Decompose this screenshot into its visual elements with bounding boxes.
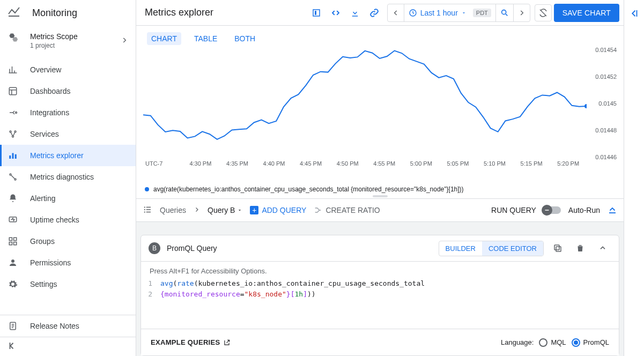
run-query-button[interactable]: RUN QUERY bbox=[491, 206, 536, 214]
add-query-button[interactable]: + ADD QUERY bbox=[250, 206, 306, 214]
add-query-label: ADD QUERY bbox=[262, 206, 306, 214]
nav-release-notes[interactable]: Release Notes bbox=[0, 315, 136, 337]
copy-button[interactable] bbox=[549, 240, 566, 257]
y-axis-labels: 0.014540.014520.01450.014480.01446 bbox=[587, 50, 617, 157]
promql-label: PromQL bbox=[583, 338, 609, 346]
expand-panel-button[interactable] bbox=[630, 9, 639, 356]
person-icon bbox=[8, 257, 18, 268]
app-title: Monitoring bbox=[32, 8, 77, 19]
nav-integrations[interactable]: Integrations bbox=[0, 102, 136, 123]
bar-chart-icon bbox=[8, 64, 18, 75]
time-range-button[interactable]: Last 1 hour PDT bbox=[404, 4, 495, 21]
nav-alerting[interactable]: Alerting bbox=[0, 188, 136, 209]
topbar: Metrics explorer Last 1 hour PDT SAVE CH… bbox=[136, 0, 624, 26]
dock-panel-button[interactable] bbox=[308, 4, 325, 21]
nav-label: Uptime checks bbox=[30, 216, 79, 224]
view-table-tab[interactable]: TABLE bbox=[190, 32, 221, 45]
bell-icon bbox=[8, 193, 18, 204]
resize-handle[interactable] bbox=[143, 195, 617, 197]
merge-icon bbox=[314, 206, 322, 214]
collapse-left-icon bbox=[8, 341, 17, 352]
chart[interactable]: 0.014540.014520.01450.014480.01446 UTC-7… bbox=[143, 49, 617, 169]
right-rail bbox=[624, 0, 644, 356]
example-queries-button[interactable]: EXAMPLE QUERIES bbox=[151, 338, 231, 346]
svg-point-26 bbox=[144, 211, 145, 212]
radio-icon bbox=[539, 338, 547, 347]
view-both-tab[interactable]: BOTH bbox=[230, 32, 260, 45]
toggle-knob-icon bbox=[542, 205, 552, 216]
nav-label: Overview bbox=[30, 65, 61, 74]
code-editor-tab[interactable]: CODE EDITOR bbox=[482, 241, 543, 256]
svg-point-6 bbox=[12, 136, 14, 137]
sync-off-button[interactable] bbox=[535, 4, 552, 21]
uptime-icon bbox=[8, 214, 18, 225]
nav-services[interactable]: Services bbox=[0, 123, 136, 145]
download-button[interactable] bbox=[346, 4, 364, 21]
services-icon bbox=[8, 129, 18, 139]
nav-groups[interactable]: Groups bbox=[0, 231, 136, 252]
nav-label: Permissions bbox=[30, 258, 71, 267]
nav-dashboards[interactable]: Dashboards bbox=[0, 80, 136, 102]
nav-metrics-explorer[interactable]: Metrics explorer bbox=[0, 145, 136, 166]
radio-icon bbox=[572, 338, 580, 347]
svg-rect-7 bbox=[9, 155, 11, 159]
accessibility-hint: Press Alt+F1 for Accessibility Options. bbox=[141, 261, 619, 277]
view-chart-tab[interactable]: CHART bbox=[147, 32, 181, 45]
code-editor[interactable]: 1 2 avg(rate(kubernetes_io:anthos_contai… bbox=[141, 277, 619, 329]
nav-settings[interactable]: Settings bbox=[0, 273, 136, 295]
svg-point-3 bbox=[16, 112, 17, 114]
collapse-chart-button[interactable] bbox=[608, 205, 617, 216]
nav-metrics-diagnostics[interactable]: Metrics diagnostics bbox=[0, 166, 136, 188]
time-prev-button[interactable] bbox=[388, 4, 404, 21]
metrics-scope-selector[interactable]: Metrics Scope 1 project bbox=[0, 26, 136, 56]
create-ratio-button[interactable]: CREATE RATIO bbox=[314, 206, 380, 214]
builder-tab[interactable]: BUILDER bbox=[439, 241, 482, 256]
editor-bottom-bar: EXAMPLE QUERIES Language: MQL PromQL bbox=[141, 329, 619, 355]
svg-rect-8 bbox=[12, 153, 14, 159]
save-chart-button[interactable]: SAVE CHART bbox=[554, 4, 619, 22]
nav-label: Release Notes bbox=[30, 322, 79, 330]
time-range-label: Last 1 hour bbox=[420, 9, 458, 17]
link-button[interactable] bbox=[366, 4, 383, 21]
collapse-card-button[interactable] bbox=[594, 240, 611, 257]
sidebar: Monitoring Metrics Scope 1 project Overv… bbox=[0, 0, 136, 356]
main: Metrics explorer Last 1 hour PDT SAVE CH… bbox=[136, 0, 624, 356]
svg-rect-2 bbox=[9, 87, 17, 95]
scope-title: Metrics Scope bbox=[30, 32, 78, 41]
page-title: Metrics explorer bbox=[145, 7, 213, 18]
nav-list: Overview Dashboards Integrations Service… bbox=[0, 59, 136, 315]
nav-label: Integrations bbox=[30, 108, 69, 117]
svg-rect-14 bbox=[14, 238, 17, 240]
nav-permissions[interactable]: Permissions bbox=[0, 252, 136, 273]
query-selector[interactable]: Query B bbox=[208, 206, 242, 214]
x-axis-labels: UTC-74:30 PM4:35 PM4:40 PM4:45 PM4:50 PM… bbox=[143, 160, 587, 167]
svg-rect-31 bbox=[554, 245, 559, 250]
time-range-selector: Last 1 hour PDT bbox=[387, 4, 530, 22]
scope-subtitle: 1 project bbox=[30, 42, 78, 49]
svg-rect-27 bbox=[146, 206, 151, 207]
view-toggle: CHART TABLE BOTH bbox=[143, 30, 617, 49]
time-next-button[interactable] bbox=[513, 4, 530, 21]
code-button[interactable] bbox=[327, 4, 344, 21]
external-link-icon bbox=[223, 339, 231, 346]
svg-rect-20 bbox=[315, 11, 316, 14]
delete-button[interactable] bbox=[572, 240, 589, 257]
legend-text: avg(rate(kubernetes_io:anthos_container_… bbox=[153, 186, 464, 193]
query-badge: B bbox=[149, 242, 160, 254]
dashboard-icon bbox=[8, 86, 18, 97]
sidebar-collapse[interactable] bbox=[0, 337, 136, 356]
nav-label: Dashboards bbox=[30, 87, 71, 95]
auto-run-label: Auto-Run bbox=[568, 206, 600, 214]
integrations-icon bbox=[8, 107, 18, 118]
svg-point-4 bbox=[10, 131, 11, 132]
sidebar-header: Monitoring bbox=[0, 0, 136, 26]
auto-run-toggle[interactable] bbox=[544, 206, 561, 214]
code-body[interactable]: avg(rate(kubernetes_io:anthos_container_… bbox=[157, 277, 425, 329]
svg-rect-13 bbox=[9, 238, 12, 240]
nav-uptime-checks[interactable]: Uptime checks bbox=[0, 209, 136, 231]
nav-overview[interactable]: Overview bbox=[0, 59, 136, 80]
svg-rect-16 bbox=[14, 242, 17, 245]
mql-radio[interactable]: MQL bbox=[539, 338, 566, 347]
zoom-button[interactable] bbox=[495, 4, 513, 21]
promql-radio[interactable]: PromQL bbox=[572, 338, 609, 347]
